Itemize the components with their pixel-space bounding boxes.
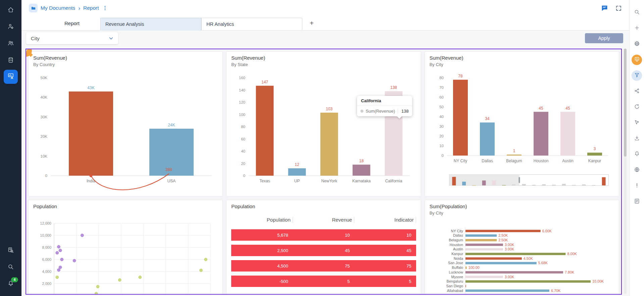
table-header[interactable]: Indicator	[354, 217, 416, 223]
sidebar-item-document-search[interactable]	[3, 243, 18, 258]
top-bar: My Documents › Report	[21, 0, 629, 16]
sidebar-item-database[interactable]	[3, 53, 18, 68]
svg-text:3.00K: 3.00K	[505, 243, 514, 247]
alert-icon	[634, 182, 640, 190]
sidebar-item-notifications[interactable]: 4	[3, 277, 18, 292]
sidebar-item-user-group[interactable]	[3, 36, 18, 52]
svg-text:Dallas: Dallas	[482, 159, 493, 163]
folder-icon[interactable]	[29, 4, 38, 12]
apply-button[interactable]: Apply	[585, 33, 623, 43]
tool-search[interactable]	[630, 5, 644, 20]
svg-text:50K: 50K	[41, 76, 48, 80]
tool-share[interactable]	[630, 83, 644, 99]
table-row[interactable]: 2,5004545	[231, 245, 416, 256]
board-icon	[634, 56, 640, 64]
data-grid[interactable]: PopulationRevenueIndicator5,67810102,500…	[231, 214, 416, 287]
tab-hr-analytics[interactable]: HR Analytics	[201, 18, 302, 30]
tool-alert[interactable]	[630, 178, 644, 194]
tool-refresh[interactable]	[630, 99, 644, 115]
breadcrumb-root[interactable]: My Documents	[41, 5, 75, 11]
user-settings-icon	[7, 23, 14, 31]
tool-download[interactable]	[630, 131, 644, 146]
svg-text:120: 120	[239, 100, 245, 104]
svg-text:USA: USA	[167, 179, 176, 183]
fullscreen-icon[interactable]	[615, 5, 622, 11]
tile-title: Population	[33, 203, 218, 209]
topbar-actions	[601, 5, 624, 12]
kebab-menu-icon[interactable]	[102, 5, 108, 11]
bar-chart[interactable]: 020406080100120140160147Texas12UP103NewY…	[231, 69, 416, 190]
add-tab-button[interactable]: +	[308, 19, 316, 27]
filter-bar: City Apply	[21, 31, 629, 46]
city-filter-dropdown[interactable]: City	[26, 32, 118, 44]
bar-chart[interactable]: 0102030405060708078NY City34Dallas1Belag…	[430, 69, 614, 170]
svg-text:1: 1	[513, 149, 515, 153]
table-row[interactable]: 4,5007575	[231, 260, 416, 272]
svg-text:100.00: 100.00	[468, 265, 479, 270]
refresh-icon	[634, 104, 640, 111]
dashboard-tile-2[interactable]: Sum(Revenue)By State02040608010012014016…	[226, 51, 421, 196]
svg-text:Buffalo: Buffalo	[452, 265, 463, 270]
tool-notes[interactable]	[630, 194, 644, 210]
tool-world[interactable]	[630, 162, 644, 178]
svg-text:18: 18	[359, 159, 364, 163]
dashboard-tile-5[interactable]: PopulationPopulationRevenueIndicator5,67…	[226, 200, 421, 295]
tool-location[interactable]	[630, 115, 644, 131]
table-header[interactable]: Revenue	[293, 217, 354, 223]
tool-filter[interactable]	[630, 68, 644, 83]
svg-text:147: 147	[261, 80, 268, 84]
table-row[interactable]: -50055	[231, 276, 416, 287]
svg-text:24K: 24K	[168, 123, 175, 127]
annotation-badge[interactable]: 7	[26, 49, 32, 57]
svg-text:40: 40	[439, 115, 444, 119]
dashboard-tile-3[interactable]: Sum(Revenue)By City0102030405060708078NY…	[425, 51, 619, 196]
tool-globe[interactable]	[630, 36, 644, 52]
svg-text:10K: 10K	[41, 154, 48, 158]
table-row[interactable]: 5,6781010	[231, 229, 416, 241]
svg-text:2.50K: 2.50K	[498, 238, 508, 242]
tool-board[interactable]	[630, 52, 644, 68]
tile-subtitle: By Country	[33, 62, 218, 67]
tile-subtitle: By City	[430, 211, 614, 216]
table-header[interactable]: Population	[231, 217, 293, 223]
tab-revenue-analysis[interactable]: Revenue Analysis	[100, 18, 201, 30]
svg-text:12,000: 12,000	[40, 221, 51, 225]
bar-chart[interactable]: 010K20K30K40K50K43KIndia24KUSA388	[33, 69, 218, 190]
svg-text:70: 70	[439, 85, 444, 90]
dashboard-tile-1[interactable]: Sum(Revenue)By Country010K20K30K40K50K43…	[28, 51, 223, 196]
tool-add[interactable]	[630, 20, 644, 36]
document-search-icon	[7, 247, 14, 255]
dashboard-tile-6[interactable]: Sum(Population)By CityNY City6.00KDallas…	[425, 200, 619, 295]
vertical-scrollbar[interactable]	[624, 49, 627, 294]
home-icon	[7, 6, 14, 14]
sidebar-item-dashboard[interactable]	[4, 70, 18, 84]
svg-text:Houston: Houston	[449, 243, 463, 247]
svg-text:Kanpur: Kanpur	[588, 159, 601, 163]
comment-icon[interactable]	[601, 5, 608, 12]
sidebar-item-search[interactable]	[3, 260, 18, 275]
svg-text:6,000: 6,000	[42, 257, 51, 261]
table-cell: 45	[354, 248, 416, 253]
svg-text:Dallas: Dallas	[453, 233, 463, 237]
horizontal-bar-chart[interactable]: NY City6.00KDallas2.50KBelagum2.50KHoust…	[430, 218, 614, 295]
range-selector[interactable]	[449, 174, 609, 186]
svg-text:34: 34	[485, 116, 490, 121]
sidebar-item-user-settings[interactable]	[3, 19, 18, 35]
tile-title: Population	[231, 203, 416, 209]
svg-text:Houston: Houston	[533, 159, 548, 163]
search-icon	[634, 9, 640, 16]
svg-text:4.50K: 4.50K	[524, 256, 533, 260]
svg-text:50: 50	[439, 105, 444, 109]
sidebar-item-home[interactable]	[3, 3, 18, 18]
scrollbar-thumb[interactable]	[624, 49, 627, 157]
dashboard-viewport: Sum(Revenue)By Country010K20K30K40K50K43…	[26, 49, 622, 295]
tile-title: Sum(Revenue)	[33, 55, 218, 61]
breadcrumb-current[interactable]: Report	[83, 5, 99, 11]
tool-bell[interactable]	[630, 146, 644, 162]
svg-text:San Jose: San Jose	[448, 261, 463, 265]
table-cell: 5	[293, 279, 354, 284]
tile-subtitle: By City	[430, 62, 614, 67]
svg-text:40K: 40K	[41, 95, 48, 99]
scatter-chart[interactable]: 2,0004,0006,0008,00010,00012,000	[33, 211, 218, 295]
dashboard-tile-4[interactable]: Population2,0004,0006,0008,00010,00012,0…	[28, 200, 223, 295]
